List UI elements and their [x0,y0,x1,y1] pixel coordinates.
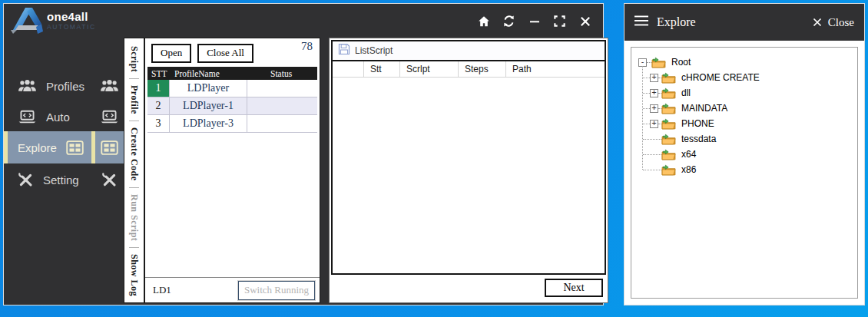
tab-create-code[interactable]: Create Code [128,124,140,185]
laptop-code-icon [18,110,37,124]
tree-node-label: MAINDATA [681,103,727,114]
sidebar-item-label: Setting [43,173,79,187]
tree-node-root[interactable]: - Root [638,54,857,70]
profile-name-cell: LDPlayer-1 [170,97,247,114]
floppy-icon [338,43,350,58]
expand-toggle[interactable]: + [650,104,658,113]
hamburger-icon[interactable] [634,15,648,29]
table-row[interactable]: 1 LDPlayer [147,80,317,97]
listscript-title: ListScript [355,45,393,56]
close-icon [813,18,822,27]
shared-folder-icon [661,149,676,160]
explore-window: Explore Close - Root + cHROME CREATE [624,3,865,305]
column-header-script: Scrlpt [399,61,458,77]
sidebar-item-explore[interactable]: Explore [4,131,124,163]
shared-folder-icon [661,103,676,114]
people-icon [100,79,119,93]
explore-title: Explore [657,15,696,29]
table-row[interactable]: 3 LDPlayer-3 [147,115,317,133]
column-header-stt: STT [147,69,170,78]
column-header-stt: Stt [363,61,399,77]
column-header-path: Path [505,61,605,77]
close-panel-button[interactable]: Close [813,16,854,29]
close-icon[interactable] [578,14,592,28]
tree-node-label: Root [671,57,691,68]
sidebar-item-setting[interactable]: Setting [4,165,124,194]
tree-node-x64[interactable]: x64 [638,147,857,162]
next-button[interactable]: Next [545,279,603,297]
folder-tree: - Root + cHROME CREATE + d [631,47,858,299]
profiles-footer: LD1 Switch Running [145,277,320,302]
status-cell [247,97,317,114]
home-icon[interactable] [476,14,491,28]
listscript-table-header: Stt Scrlpt Steps Path [333,60,605,78]
tree-node-phone[interactable]: + PHONE [638,116,857,131]
shared-folder-icon [651,57,666,68]
sidebar-item-auto[interactable]: Auto [4,102,124,131]
tree-node-x86[interactable]: x86 [638,162,857,177]
tab-divider [129,78,139,79]
tree-node-label: dll [681,88,691,98]
profile-name-cell: LDPlayer [170,80,247,97]
profiles-panel: Open Close All 78 STT ProfileName Status… [144,38,320,303]
collapse-toggle[interactable]: - [638,58,647,67]
status-cell [247,115,317,132]
minimize-icon[interactable] [527,14,542,28]
close-all-button[interactable]: Close All [197,44,253,63]
tree-node-label: PHONE [681,118,714,129]
logo-triangle-icon [8,5,45,37]
switch-running-button[interactable]: Switch Running [238,281,315,300]
title-bar: one4all AUTOMATIC [4,4,603,38]
open-button[interactable]: Open [151,44,191,63]
app-logo: one4all AUTOMATIC [8,5,96,37]
status-cell [247,80,317,97]
profiles-table: STT ProfileName Status 1 LDPlayer 2 LDPl… [147,67,317,133]
tab-run-script[interactable]: Run Script [128,190,140,245]
tree-children: + cHROME CREATE + dll + MA [638,70,857,177]
sidebar-item-label: Profiles [46,80,84,93]
tab-divider [129,247,139,248]
stt-cell: 1 [147,80,170,97]
close-label: Close [828,16,854,29]
logo-title: one4all [47,11,96,22]
tab-profile[interactable]: Profile [128,81,140,118]
sidebar-item-label: Auto [46,111,70,124]
listscript-title-bar: ListScript [333,41,605,60]
vertical-tab-strip: Script Profile Create Code Run Script Sh… [124,38,144,303]
tab-show-log[interactable]: Show Log [128,250,140,300]
people-icon [18,79,37,93]
profile-name-cell: LDPlayer-3 [170,115,247,132]
tools-icon [101,172,118,188]
sidebar: Profiles Auto [4,38,124,305]
expand-toggle[interactable]: + [650,120,658,128]
tree-node-dll[interactable]: + dll [638,85,857,101]
tab-script[interactable]: Script [128,42,140,76]
column-header-profilename: ProfileName [170,69,247,78]
tree-node-maindata[interactable]: + MAINDATA [638,101,857,116]
tree-node-label: cHROME CREATE [681,72,760,83]
tree-node-tessdata[interactable]: tessdata [638,131,857,147]
refresh-icon[interactable] [502,14,516,28]
table-row[interactable]: 2 LDPlayer-1 [147,97,317,115]
expand-toggle[interactable]: + [650,74,658,82]
explore-body: - Root + cHROME CREATE + d [624,41,864,305]
grid-icon [66,140,84,155]
listscript-panel: ListScript Stt Scrlpt Steps Path Next [329,38,608,303]
stt-cell: 3 [147,115,170,132]
tree-node-label: x86 [681,164,696,175]
column-header-steps: Steps [458,61,505,77]
tree-node-label: tessdata [681,134,716,144]
shared-folder-icon [661,164,676,176]
column-header-blank [333,61,363,77]
shared-folder-icon [661,118,676,130]
sidebar-item-profiles[interactable]: Profiles [4,71,124,101]
tab-divider [129,187,139,188]
tab-divider [129,121,139,121]
sidebar-item-label: Explore [18,141,57,154]
shared-folder-icon [661,72,676,84]
current-profile-label: LD1 [150,284,171,296]
profiles-table-header: STT ProfileName Status [147,67,317,80]
maximize-icon[interactable] [552,14,567,28]
tree-node-chrome-create[interactable]: + cHROME CREATE [638,70,857,85]
expand-toggle[interactable]: + [650,89,658,97]
